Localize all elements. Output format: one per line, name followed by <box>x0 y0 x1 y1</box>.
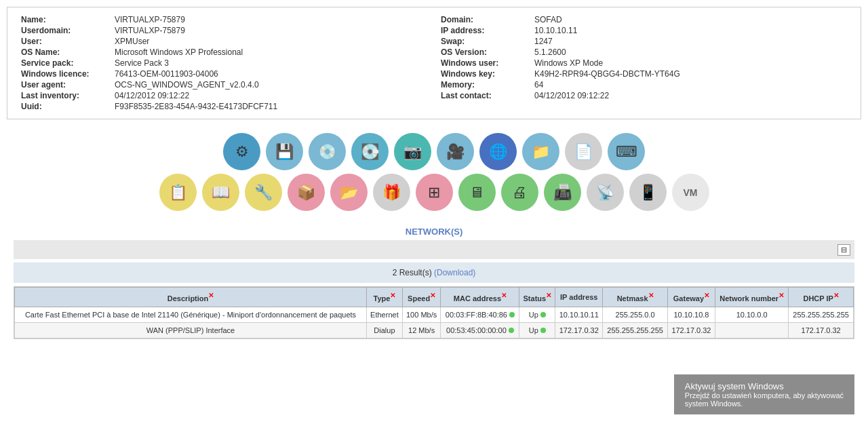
td-dhcp_ip: 172.17.0.32 <box>789 322 854 338</box>
network-title: NETWORK(S) <box>7 221 861 240</box>
td-type: Ethernet <box>367 307 403 322</box>
td-mac: 00:03:FF:8B:40:86 <box>441 307 519 322</box>
info-value: K49H2-RPR94-QBGG4-DBCTM-YT64G <box>534 69 680 79</box>
monitor-icon[interactable]: 🖥 <box>458 174 496 211</box>
td-netmask: 255.255.0.0 <box>603 307 668 322</box>
info-label: Last inventory: <box>21 91 109 100</box>
table-row: WAN (PPP/SLIP) InterfaceDialup12 Mb/s00:… <box>15 322 854 338</box>
info-label: User: <box>21 37 109 46</box>
storage-icon[interactable]: 💿 <box>309 133 346 170</box>
info-value: 04/12/2012 09:12:22 <box>534 91 609 100</box>
th-ip: IP address <box>555 288 603 307</box>
sort-x-icon: ✕ <box>648 292 654 299</box>
td-description: WAN (PPP/SLIP) Interface <box>15 322 367 338</box>
results-bar: 2 Result(s) (Download) <box>14 262 854 283</box>
download-link[interactable]: (Download) <box>434 268 475 277</box>
camera-icon[interactable]: 📷 <box>394 133 431 170</box>
info-row: Last inventory:04/12/2012 09:12:22 <box>21 90 427 101</box>
printer-icon[interactable]: 🖨 <box>501 174 538 211</box>
info-value: Windows XP Mode <box>534 58 603 68</box>
td-gateway: 10.10.10.8 <box>667 307 715 322</box>
th-status[interactable]: Status✕ <box>519 288 555 307</box>
info-row: Name:VIRTUALXP-75879 <box>21 14 427 25</box>
th-network_number[interactable]: Network number✕ <box>715 288 788 307</box>
sort-x-icon: ✕ <box>833 292 839 299</box>
status-dot <box>540 328 546 333</box>
info-label: Windows user: <box>441 58 529 68</box>
info-label: IP address: <box>441 26 529 35</box>
hardware-icon[interactable]: ⚙ <box>223 133 260 170</box>
tools-icon[interactable]: 🔧 <box>245 174 282 211</box>
td-description: Carte Fast Ethernet PCI à base de Intel … <box>15 307 367 322</box>
sort-x-icon: ✕ <box>778 292 784 299</box>
info-label: Name: <box>21 15 109 24</box>
th-gateway[interactable]: Gateway✕ <box>667 288 715 307</box>
info-label: Memory: <box>441 80 529 90</box>
network-table-container: Description✕Type✕Speed✕MAC address✕Statu… <box>14 286 854 339</box>
info-label: OS Name: <box>21 47 109 57</box>
th-speed[interactable]: Speed✕ <box>402 288 441 307</box>
th-netmask[interactable]: Netmask✕ <box>603 288 668 307</box>
td-network_number: 10.10.0.0 <box>715 307 788 322</box>
network-table: Description✕Type✕Speed✕MAC address✕Statu… <box>14 287 854 338</box>
mac-status-dot <box>509 312 515 317</box>
vm-icon[interactable]: VM <box>672 174 709 211</box>
modem-icon[interactable]: 📡 <box>587 174 624 211</box>
icons-section: ⚙💾💿💽📷🎥🌐📁📄⌨ 📋📖🔧📦📂🎁⊞🖥🖨📠📡📱VM <box>0 126 868 218</box>
th-type[interactable]: Type✕ <box>367 288 403 307</box>
manual-icon[interactable]: 📖 <box>202 174 239 211</box>
table-row: Carte Fast Ethernet PCI à base de Intel … <box>15 307 854 322</box>
folder-icon[interactable]: 📁 <box>522 133 559 170</box>
td-ip: 172.17.0.32 <box>555 322 603 338</box>
info-section: Name:VIRTUALXP-75879Userdomain:VIRTUALXP… <box>7 7 861 119</box>
phone-icon[interactable]: 📱 <box>629 174 667 211</box>
td-ip: 10.10.10.11 <box>555 307 603 322</box>
folder2-icon[interactable]: 📂 <box>330 174 368 211</box>
sort-x-icon: ✕ <box>390 292 395 299</box>
package-icon[interactable]: 📦 <box>288 174 325 211</box>
th-mac[interactable]: MAC address✕ <box>441 288 519 307</box>
td-mac: 00:53:45:00:00:00 <box>441 322 519 338</box>
info-row: Userdomain:VIRTUALXP-75879 <box>21 25 427 36</box>
icons-row-2: 📋📖🔧📦📂🎁⊞🖥🖨📠📡📱VM <box>159 174 709 211</box>
cdrom-icon[interactable]: 💽 <box>351 133 389 170</box>
registry-icon[interactable]: 📋 <box>159 174 197 211</box>
scanner-icon[interactable]: 📠 <box>544 174 581 211</box>
info-grid: Name:VIRTUALXP-75879Userdomain:VIRTUALXP… <box>21 14 847 112</box>
info-row: OS Version:5.1.2600 <box>441 47 847 58</box>
gift-icon[interactable]: 🎁 <box>373 174 410 211</box>
info-row: Domain:SOFAD <box>441 14 847 25</box>
collapse-icon[interactable]: ⊟ <box>837 244 850 256</box>
td-netmask: 255.255.255.255 <box>603 322 668 338</box>
info-row: Memory:64 <box>441 79 847 90</box>
icons-row-1: ⚙💾💿💽📷🎥🌐📁📄⌨ <box>223 133 645 170</box>
td-status: Up <box>519 307 555 322</box>
results-count: 2 Result(s) (Download) <box>393 268 476 277</box>
network-icon[interactable]: 🌐 <box>479 133 517 170</box>
grid-icon[interactable]: ⊞ <box>416 174 453 211</box>
bios-icon[interactable]: 💾 <box>266 133 303 170</box>
info-value: 04/12/2012 09:12:22 <box>115 91 189 100</box>
network-section: NETWORK(S) ⊟ 2 Result(s) (Download) Desc… <box>0 218 868 343</box>
th-description[interactable]: Description✕ <box>15 288 367 307</box>
info-label: Service pack: <box>21 58 109 68</box>
info-left-col: Name:VIRTUALXP-75879Userdomain:VIRTUALXP… <box>21 14 427 112</box>
info-row: IP address:10.10.10.11 <box>441 25 847 36</box>
info-row: User:XPMUser <box>21 36 427 47</box>
doc-icon[interactable]: 📄 <box>565 133 602 170</box>
info-label: Userdomain: <box>21 26 109 35</box>
info-value: 10.10.10.11 <box>534 26 577 35</box>
info-row: Windows key:K49H2-RPR94-QBGG4-DBCTM-YT64… <box>441 69 847 79</box>
video-icon[interactable]: 🎥 <box>437 133 474 170</box>
th-dhcp_ip[interactable]: DHCP IP✕ <box>789 288 854 307</box>
td-type: Dialup <box>367 322 403 338</box>
info-label: Swap: <box>441 37 529 46</box>
info-row: Uuid:F93F8535-2E83-454A-9432-E4173DFCF71… <box>21 101 427 112</box>
info-value: 1247 <box>534 37 553 46</box>
keyboard-icon[interactable]: ⌨ <box>608 133 645 170</box>
info-label: Domain: <box>441 15 529 24</box>
td-status: Up <box>519 322 555 338</box>
info-label: Windows key: <box>441 69 529 79</box>
info-row: OS Name:Microsoft Windows XP Professiona… <box>21 47 427 58</box>
info-value: F93F8535-2E83-454A-9432-E4173DFCF711 <box>115 102 277 111</box>
